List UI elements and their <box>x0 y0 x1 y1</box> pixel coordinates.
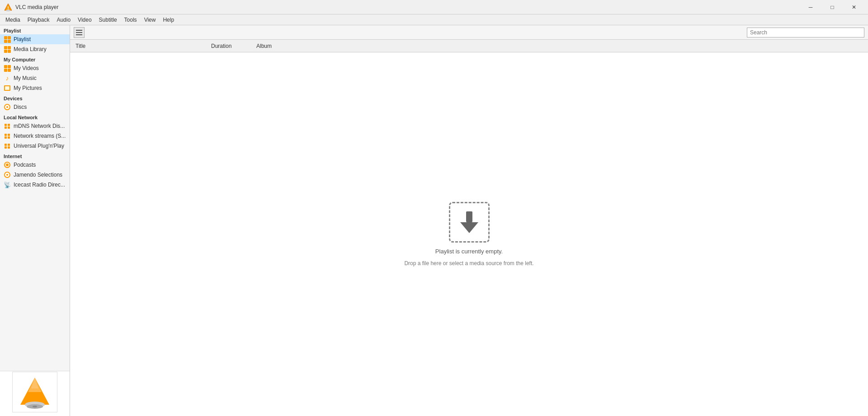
sidebar-item-discs-label: Discs <box>14 104 27 110</box>
podcasts-icon <box>4 161 11 168</box>
sidebar-item-my-pictures-label: My Pictures <box>14 85 42 91</box>
sidebar-item-universal-plug-label: Universal Plug'n'Play <box>14 143 64 149</box>
playlist-section-label: Playlist <box>0 25 70 34</box>
sidebar-item-podcasts[interactable]: Podcasts <box>0 160 70 170</box>
sidebar-item-jamendo-label: Jamendo Selections <box>14 172 62 178</box>
col-duration: Duration <box>208 43 253 49</box>
window-title: VLC media player <box>15 4 800 10</box>
column-headers: Title Duration Album <box>70 40 868 52</box>
sidebar: Playlist Playlist M <box>0 25 70 416</box>
menu-help[interactable]: Help <box>159 16 178 24</box>
vlc-logo <box>17 374 53 410</box>
col-title: Title <box>72 43 208 49</box>
maximize-button[interactable]: □ <box>822 0 843 14</box>
svg-marker-14 <box>460 222 478 233</box>
empty-primary-text: Playlist is currently empty. <box>435 248 503 255</box>
menu-view[interactable]: View <box>141 16 160 24</box>
sidebar-item-my-music-label: My Music <box>14 75 37 81</box>
title-bar: VLC media player ─ □ ✕ <box>0 0 868 14</box>
empty-secondary-text: Drop a file here or select a media sourc… <box>404 260 533 266</box>
sidebar-item-mdns[interactable]: mDNS Network Dis... <box>0 121 70 131</box>
window-controls: ─ □ ✕ <box>800 0 864 14</box>
svg-point-3 <box>8 9 9 10</box>
sidebar-item-network-streams-label: Network streams (S... <box>14 133 66 139</box>
app-icon <box>4 3 13 12</box>
menu-bar: Media Playback Audio Video Subtitle Tool… <box>0 14 868 25</box>
svg-rect-10 <box>76 30 82 31</box>
toolbar <box>70 25 868 40</box>
sidebar-item-my-videos[interactable]: My Videos <box>0 63 70 73</box>
sidebar-item-playlist-label: Playlist <box>14 36 31 42</box>
disc-icon <box>4 103 11 111</box>
sidebar-item-mdns-label: mDNS Network Dis... <box>14 123 65 129</box>
sidebar-item-media-library[interactable]: Media Library <box>0 44 70 54</box>
close-button[interactable]: ✕ <box>844 0 864 14</box>
sidebar-item-universal-plug[interactable]: Universal Plug'n'Play <box>0 141 70 151</box>
playlist-icon <box>4 36 11 43</box>
picture-icon <box>4 84 11 92</box>
menu-media[interactable]: Media <box>2 16 24 24</box>
my-computer-section-label: My Computer <box>0 54 70 63</box>
main-layout: Playlist Playlist M <box>0 25 868 416</box>
svg-point-9 <box>33 406 37 407</box>
content-area: Title Duration Album Playlist is current… <box>70 25 868 416</box>
sidebar-item-icecast-label: Icecast Radio Direc... <box>14 182 65 188</box>
drop-zone-icon[interactable] <box>449 202 490 243</box>
col-album: Album <box>253 43 343 49</box>
svg-rect-11 <box>76 32 82 33</box>
svg-rect-13 <box>466 211 472 222</box>
sidebar-item-jamendo[interactable]: Jamendo Selections <box>0 170 70 180</box>
sidebar-item-discs[interactable]: Discs <box>0 102 70 112</box>
sidebar-item-network-streams[interactable]: Network streams (S... <box>0 131 70 141</box>
menu-playback[interactable]: Playback <box>24 16 53 24</box>
music-note-icon: ♪ <box>4 75 11 82</box>
download-arrow-icon <box>458 210 480 234</box>
jamendo-icon <box>4 171 11 178</box>
mdns-icon <box>4 122 11 130</box>
menu-audio[interactable]: Audio <box>53 16 74 24</box>
local-network-section-label: Local Network <box>0 112 70 121</box>
search-input[interactable] <box>747 28 864 37</box>
thumbnail-area <box>0 371 70 416</box>
icecast-icon: 📡 <box>4 181 11 188</box>
minimize-button[interactable]: ─ <box>800 0 821 14</box>
view-toggle-button[interactable] <box>74 27 85 38</box>
svg-rect-12 <box>76 34 82 35</box>
vlc-thumbnail <box>12 372 57 412</box>
media-library-icon <box>4 46 11 53</box>
list-view-icon <box>76 30 82 35</box>
devices-section-label: Devices <box>0 93 70 102</box>
menu-subtitle[interactable]: Subtitle <box>95 16 121 24</box>
network-streams-icon <box>4 132 11 140</box>
sidebar-bottom <box>0 190 70 371</box>
internet-section-label: Internet <box>0 151 70 160</box>
sidebar-item-media-library-label: Media Library <box>14 46 47 52</box>
sidebar-item-icecast[interactable]: 📡 Icecast Radio Direc... <box>0 180 70 190</box>
sidebar-item-my-videos-label: My Videos <box>14 65 39 71</box>
empty-state: Playlist is currently empty. Drop a file… <box>70 52 868 416</box>
universal-plug-icon <box>4 142 11 150</box>
menu-video[interactable]: Video <box>74 16 95 24</box>
my-videos-icon <box>4 65 11 72</box>
sidebar-item-my-music[interactable]: ♪ My Music <box>0 73 70 83</box>
sidebar-item-playlist[interactable]: Playlist <box>0 34 70 44</box>
menu-tools[interactable]: Tools <box>121 16 141 24</box>
sidebar-item-podcasts-label: Podcasts <box>14 162 36 168</box>
sidebar-item-my-pictures[interactable]: My Pictures <box>0 83 70 93</box>
